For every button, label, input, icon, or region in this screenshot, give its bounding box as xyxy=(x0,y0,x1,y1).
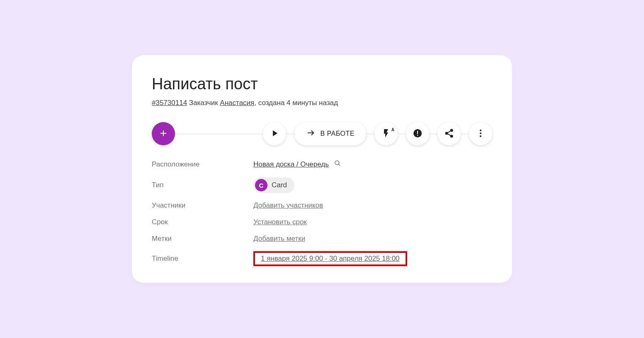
share-icon xyxy=(444,128,454,140)
svg-point-12 xyxy=(480,132,481,134)
meta-customer-prefix: Заказчик xyxy=(187,99,220,107)
svg-rect-5 xyxy=(417,135,418,136)
due-set[interactable]: Установить срок xyxy=(253,218,307,226)
status-button[interactable]: В РАБОТЕ xyxy=(294,122,366,145)
svg-point-14 xyxy=(335,161,339,165)
task-card: Написать пост #35730114 Заказчик Анастас… xyxy=(132,55,512,283)
svg-point-13 xyxy=(480,135,481,137)
location-label: Расположение xyxy=(152,160,253,169)
alert-button[interactable] xyxy=(406,122,429,145)
participants-add[interactable]: Добавить участников xyxy=(253,201,323,210)
flash-auto-icon: A xyxy=(381,128,391,140)
add-button[interactable] xyxy=(152,122,175,145)
svg-line-9 xyxy=(447,131,451,133)
tags-label: Метки xyxy=(152,235,253,243)
task-meta: #35730114 Заказчик Анастасия, создана 4 … xyxy=(152,99,492,107)
share-button[interactable] xyxy=(437,122,461,145)
field-tags: Метки Добавить метки xyxy=(152,235,492,243)
svg-line-10 xyxy=(447,134,451,136)
status-label: В РАБОТЕ xyxy=(320,130,355,137)
timeline-label: Timeline xyxy=(152,255,253,263)
type-label: Тип xyxy=(152,181,253,189)
fields: Расположение Новая доска / Очередь Тип C… xyxy=(152,159,492,266)
svg-rect-4 xyxy=(417,131,418,134)
search-icon[interactable] xyxy=(334,159,341,169)
due-label: Срок xyxy=(152,218,253,226)
flash-auto-button[interactable]: A xyxy=(374,122,398,145)
more-button[interactable] xyxy=(469,122,492,145)
field-location: Расположение Новая доска / Очередь xyxy=(152,159,492,169)
task-id-link[interactable]: #35730114 xyxy=(152,99,187,107)
play-button[interactable] xyxy=(263,122,286,145)
type-badge: C xyxy=(255,179,267,191)
timeline-value[interactable]: 1 января 2025 9:00 - 30 апреля 2025 18:0… xyxy=(261,255,400,262)
timeline-highlight: 1 января 2025 9:00 - 30 апреля 2025 18:0… xyxy=(253,251,407,266)
field-type: Тип C Card xyxy=(152,177,492,193)
field-due: Срок Установить срок xyxy=(152,218,492,226)
type-value: Card xyxy=(272,181,287,189)
toolbar: В РАБОТЕ A xyxy=(152,121,492,146)
plus-icon xyxy=(158,128,168,140)
task-title: Написать пост xyxy=(152,75,492,93)
meta-created: , создана 4 минуты назад xyxy=(254,99,338,107)
alert-icon xyxy=(413,128,423,140)
location-value[interactable]: Новая доска / Очередь xyxy=(253,160,329,169)
field-participants: Участники Добавить участников xyxy=(152,201,492,210)
svg-line-15 xyxy=(339,164,340,166)
field-timeline: Timeline 1 января 2025 9:00 - 30 апреля … xyxy=(152,251,492,266)
participants-label: Участники xyxy=(152,201,253,210)
play-icon xyxy=(270,128,279,140)
customer-link[interactable]: Анастасия xyxy=(220,99,254,107)
type-chip[interactable]: C Card xyxy=(253,177,294,193)
svg-point-11 xyxy=(480,130,481,131)
more-vertical-icon xyxy=(476,128,486,140)
arrow-right-icon xyxy=(306,128,315,139)
tags-add[interactable]: Добавить метки xyxy=(253,235,305,243)
